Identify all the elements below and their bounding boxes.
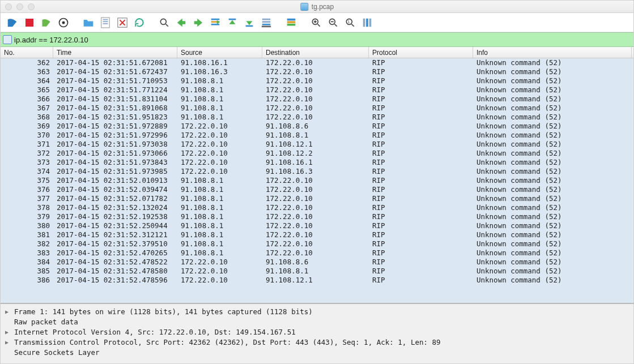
svg-rect-4 xyxy=(103,19,108,20)
window-titlebar: tg.pcap xyxy=(1,1,633,13)
packet-row[interactable]: 3862017-04-15 02:31:52.478596172.22.0.10… xyxy=(1,276,633,285)
resize-columns-icon[interactable] xyxy=(360,15,375,30)
settings-icon[interactable] xyxy=(56,15,71,30)
cell-proto: RIP xyxy=(369,85,473,95)
close-window-button[interactable] xyxy=(5,3,12,10)
expand-arrow-icon[interactable]: ▶ xyxy=(5,339,11,345)
packet-row[interactable]: 3672017-04-15 02:31:51.89106891.108.8.11… xyxy=(1,104,633,113)
cell-dst: 91.108.8.1 xyxy=(262,131,369,140)
cell-time: 2017-04-15 02:31:51.973985 xyxy=(53,167,177,176)
detail-text: Raw packet data xyxy=(14,318,78,326)
cell-info: Unknown command (52) xyxy=(473,149,632,158)
fin-icon[interactable] xyxy=(5,15,20,30)
column-header-dst[interactable]: Destination xyxy=(262,47,369,58)
cell-src: 91.108.16.3 xyxy=(177,67,262,76)
packet-row[interactable]: 3752017-04-15 02:31:52.01091391.108.8.11… xyxy=(1,176,633,185)
cell-proto: RIP xyxy=(369,267,473,276)
cell-src: 91.108.8.1 xyxy=(177,104,262,113)
find-icon[interactable] xyxy=(157,15,172,30)
packet-row[interactable]: 3782017-04-15 02:31:52.13202491.108.8.11… xyxy=(1,203,633,212)
packet-row[interactable]: 3642017-04-15 02:31:51.71095391.108.8.11… xyxy=(1,76,633,85)
cell-time: 2017-04-15 02:31:51.710953 xyxy=(53,76,177,85)
packet-row[interactable]: 3742017-04-15 02:31:51.973985172.22.0.10… xyxy=(1,167,633,176)
cell-info: Unknown command (52) xyxy=(473,230,632,239)
cell-proto: RIP xyxy=(369,149,473,158)
go-first-icon[interactable] xyxy=(225,15,240,30)
packet-row[interactable]: 3622017-04-15 02:31:51.67208191.108.16.1… xyxy=(1,58,633,67)
go-back-icon[interactable] xyxy=(174,15,189,30)
cell-no: 373 xyxy=(1,158,53,167)
cell-info: Unknown command (52) xyxy=(473,95,632,104)
detail-row[interactable]: ▶Transmission Control Protocol, Src Port… xyxy=(5,337,629,347)
packet-row[interactable]: 3802017-04-15 02:31:52.25094491.108.8.11… xyxy=(1,221,633,230)
packet-row[interactable]: 3722017-04-15 02:31:51.973066172.22.0.10… xyxy=(1,149,633,158)
auto-scroll-icon[interactable] xyxy=(259,15,274,30)
packet-row[interactable]: 3762017-04-15 02:31:52.03947491.108.8.11… xyxy=(1,185,633,194)
display-filter-input[interactable] xyxy=(14,36,631,44)
packet-row[interactable]: 3822017-04-15 02:31:52.37951091.108.8.11… xyxy=(1,239,633,249)
cell-time: 2017-04-15 02:31:51.831104 xyxy=(53,95,177,104)
column-header-no[interactable]: No. xyxy=(1,47,53,58)
cell-src: 172.22.0.10 xyxy=(177,276,262,285)
cell-no: 375 xyxy=(1,176,53,185)
cell-info: Unknown command (52) xyxy=(473,258,632,267)
detail-row[interactable]: Secure Sockets Layer xyxy=(5,347,629,357)
cell-no: 369 xyxy=(1,122,53,131)
save-file-icon[interactable] xyxy=(98,15,113,30)
expand-arrow-icon[interactable]: ▶ xyxy=(5,309,11,315)
packet-row[interactable]: 3772017-04-15 02:31:52.07178291.108.8.11… xyxy=(1,194,633,203)
detail-row[interactable]: Raw packet data xyxy=(5,316,629,327)
svg-text:1: 1 xyxy=(348,19,350,23)
svg-rect-14 xyxy=(229,18,236,20)
packet-row[interactable]: 3732017-04-15 02:31:51.973843172.22.0.10… xyxy=(1,158,633,167)
cell-dst: 172.22.0.10 xyxy=(262,67,369,76)
cell-src: 172.22.0.10 xyxy=(177,149,262,158)
stop-record-icon[interactable] xyxy=(22,15,37,30)
bookmark-filter-icon[interactable] xyxy=(3,35,12,44)
go-forward-icon[interactable] xyxy=(191,15,206,30)
cell-time: 2017-04-15 02:31:52.478522 xyxy=(53,258,177,267)
cell-proto: RIP xyxy=(369,76,473,85)
maximize-window-button[interactable] xyxy=(28,3,35,10)
packet-list[interactable]: 3622017-04-15 02:31:51.67208191.108.16.1… xyxy=(1,58,633,303)
packet-row[interactable]: 3852017-04-15 02:31:52.478580172.22.0.10… xyxy=(1,267,633,276)
packet-row[interactable]: 3712017-04-15 02:31:51.973038172.22.0.10… xyxy=(1,140,633,149)
cell-proto: RIP xyxy=(369,131,473,140)
packet-row[interactable]: 3662017-04-15 02:31:51.83110491.108.8.11… xyxy=(1,95,633,104)
packet-row[interactable]: 3702017-04-15 02:31:51.972996172.22.0.10… xyxy=(1,131,633,140)
open-file-icon[interactable] xyxy=(81,15,96,30)
svg-point-8 xyxy=(160,19,166,24)
column-header-proto[interactable]: Protocol xyxy=(369,47,473,58)
packet-row[interactable]: 3682017-04-15 02:31:51.95182391.108.8.11… xyxy=(1,113,633,122)
packet-row[interactable]: 3792017-04-15 02:31:52.19253891.108.8.11… xyxy=(1,212,633,221)
packet-row[interactable]: 3692017-04-15 02:31:51.972889172.22.0.10… xyxy=(1,122,633,131)
expand-arrow-icon[interactable]: ▶ xyxy=(5,329,11,335)
packet-row[interactable]: 3652017-04-15 02:31:51.77122491.108.8.11… xyxy=(1,85,633,95)
colorize-icon[interactable] xyxy=(284,15,299,30)
zoom-out-icon[interactable] xyxy=(326,15,341,30)
packet-details-pane[interactable]: ▶Frame 1: 141 bytes on wire (1128 bits),… xyxy=(1,303,633,364)
packet-row[interactable]: 3632017-04-15 02:31:51.67243791.108.16.3… xyxy=(1,67,633,76)
restart-icon[interactable] xyxy=(39,15,54,30)
detail-row[interactable]: ▶Frame 1: 141 bytes on wire (1128 bits),… xyxy=(5,306,629,316)
packet-row[interactable]: 3812017-04-15 02:31:52.31212191.108.8.11… xyxy=(1,230,633,239)
column-header-time[interactable]: Time xyxy=(53,47,177,58)
reload-icon[interactable] xyxy=(132,15,147,30)
zoom-reset-icon[interactable]: 1 xyxy=(343,15,358,30)
cell-info: Unknown command (52) xyxy=(473,176,632,185)
packet-row[interactable]: 3832017-04-15 02:31:52.47026591.108.8.11… xyxy=(1,249,633,258)
go-last-icon[interactable] xyxy=(242,15,257,30)
cell-dst: 91.108.12.1 xyxy=(262,140,369,149)
column-header-src[interactable]: Source xyxy=(177,47,262,58)
cell-proto: RIP xyxy=(369,239,473,249)
zoom-in-icon[interactable] xyxy=(309,15,324,30)
cell-info: Unknown command (52) xyxy=(473,167,632,176)
column-header-info[interactable]: Info xyxy=(473,47,632,58)
go-to-packet-icon[interactable] xyxy=(208,15,223,30)
close-file-icon[interactable] xyxy=(115,15,130,30)
packet-row[interactable]: 3842017-04-15 02:31:52.478522172.22.0.10… xyxy=(1,258,633,267)
cell-info: Unknown command (52) xyxy=(473,140,632,149)
minimize-window-button[interactable] xyxy=(16,3,23,10)
cell-info: Unknown command (52) xyxy=(473,203,632,212)
detail-row[interactable]: ▶Internet Protocol Version 4, Src: 172.2… xyxy=(5,327,629,337)
